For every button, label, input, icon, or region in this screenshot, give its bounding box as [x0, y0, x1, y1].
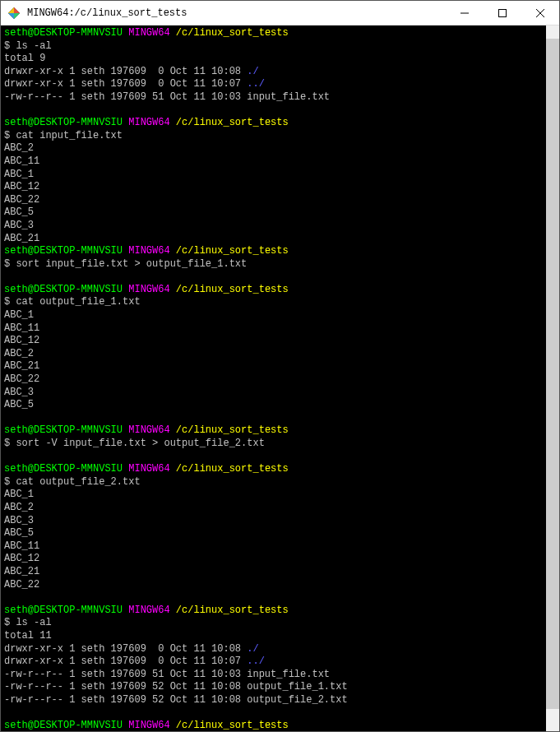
prompt-path: /c/linux_sort_tests — [176, 463, 289, 475]
output-line: total 9 — [4, 53, 45, 64]
command-line: $ cat input_file.txt — [4, 130, 123, 141]
minimize-button[interactable] — [446, 1, 484, 25]
output-line: ABC_22 — [4, 194, 39, 206]
output-line: ABC_5 — [4, 206, 34, 218]
prompt-path: /c/linux_sort_tests — [176, 424, 289, 436]
svg-marker-4 — [8, 7, 14, 13]
prompt-path: /c/linux_sort_tests — [176, 720, 289, 731]
output-line: ABC_1 — [4, 309, 34, 321]
output-line: ABC_1 — [4, 489, 34, 500]
dir-name: ./ — [247, 66, 258, 77]
command-line: $ sort -V input_file.txt > output_file_2… — [4, 438, 265, 449]
prompt-path: /c/linux_sort_tests — [176, 27, 289, 39]
output-line: ABC_11 — [4, 322, 39, 334]
output-line: ABC_2 — [4, 348, 34, 359]
output-line: ABC_12 — [4, 335, 39, 346]
output-line: -rw-r--r-- 1 seth 197609 52 Oct 11 10:08… — [4, 694, 348, 706]
output-line: ABC_3 — [4, 387, 34, 398]
prompt-path: /c/linux_sort_tests — [176, 284, 289, 295]
prompt-user: seth@DESKTOP-MMNVSIU — [4, 27, 123, 39]
output-line: drwxr-xr-x 1 seth 197609 0 Oct 11 10:07 — [4, 78, 247, 90]
svg-rect-6 — [499, 9, 507, 16]
maximize-button[interactable] — [484, 1, 521, 25]
prompt-user: seth@DESKTOP-MMNVSIU — [4, 284, 123, 295]
output-line: ABC_2 — [4, 502, 34, 513]
command-line: $ cat output_file_2.txt — [4, 476, 141, 488]
output-line: ABC_21 — [4, 233, 39, 244]
prompt-path: /c/linux_sort_tests — [176, 117, 289, 128]
output-line: ABC_21 — [4, 566, 39, 577]
dir-name: ../ — [247, 656, 265, 667]
output-line: ABC_5 — [4, 527, 34, 539]
prompt-mingw: MINGW64 — [128, 605, 169, 616]
output-line: ABC_2 — [4, 142, 34, 154]
prompt-user: seth@DESKTOP-MMNVSIU — [4, 605, 123, 616]
command-line: $ ls -al — [4, 40, 52, 52]
terminal-output[interactable]: seth@DESKTOP-MMNVSIU MINGW64 /c/linux_so… — [1, 25, 559, 731]
dir-name: ./ — [247, 643, 258, 655]
prompt-user: seth@DESKTOP-MMNVSIU — [4, 117, 123, 128]
prompt-user: seth@DESKTOP-MMNVSIU — [4, 463, 123, 475]
prompt-mingw: MINGW64 — [128, 27, 169, 39]
output-line: ABC_3 — [4, 515, 34, 526]
window-controls — [446, 1, 559, 25]
scrollbar[interactable] — [546, 25, 559, 731]
terminal-container: seth@DESKTOP-MMNVSIU MINGW64 /c/linux_so… — [1, 25, 559, 731]
output-line: ABC_5 — [4, 399, 34, 410]
prompt-user: seth@DESKTOP-MMNVSIU — [4, 720, 123, 731]
command-line: $ cat output_file_1.txt — [4, 296, 141, 308]
prompt-user: seth@DESKTOP-MMNVSIU — [4, 245, 123, 257]
output-line: -rw-r--r-- 1 seth 197609 51 Oct 11 10:03… — [4, 91, 330, 103]
prompt-user: seth@DESKTOP-MMNVSIU — [4, 424, 123, 436]
output-line: drwxr-xr-x 1 seth 197609 0 Oct 11 10:07 — [4, 656, 247, 667]
prompt-path: /c/linux_sort_tests — [176, 245, 289, 257]
output-line: -rw-r--r-- 1 seth 197609 52 Oct 11 10:08… — [4, 681, 348, 693]
window-title: MINGW64:/c/linux_sort_tests — [27, 7, 446, 19]
svg-marker-2 — [14, 13, 20, 19]
prompt-mingw: MINGW64 — [128, 424, 169, 436]
scrollbar-thumb[interactable] — [546, 39, 559, 709]
prompt-mingw: MINGW64 — [128, 117, 169, 128]
output-line: ABC_1 — [4, 169, 34, 180]
prompt-mingw: MINGW64 — [128, 720, 169, 731]
output-line: ABC_22 — [4, 373, 39, 385]
output-line: ABC_12 — [4, 181, 39, 192]
app-icon — [7, 7, 21, 20]
output-line: ABC_22 — [4, 579, 39, 591]
output-line: ABC_3 — [4, 220, 34, 231]
prompt-mingw: MINGW64 — [128, 284, 169, 295]
prompt-mingw: MINGW64 — [128, 463, 169, 475]
output-line: ABC_11 — [4, 540, 39, 552]
output-line: ABC_21 — [4, 360, 39, 372]
output-line: ABC_11 — [4, 155, 39, 167]
command-line: $ sort input_file.txt > output_file_1.tx… — [4, 258, 247, 270]
output-line: -rw-r--r-- 1 seth 197609 51 Oct 11 10:03… — [4, 669, 330, 680]
close-button[interactable] — [521, 1, 559, 25]
terminal-window: MINGW64:/c/linux_sort_tests seth@DESKTOP… — [0, 0, 560, 732]
titlebar[interactable]: MINGW64:/c/linux_sort_tests — [1, 1, 559, 25]
dir-name: ../ — [247, 78, 265, 90]
command-line: $ ls -al — [4, 617, 52, 628]
prompt-path: /c/linux_sort_tests — [176, 605, 289, 616]
prompt-mingw: MINGW64 — [128, 245, 169, 257]
output-line: drwxr-xr-x 1 seth 197609 0 Oct 11 10:08 — [4, 643, 247, 655]
output-line: total 11 — [4, 630, 52, 642]
output-line: drwxr-xr-x 1 seth 197609 0 Oct 11 10:08 — [4, 66, 247, 77]
output-line: ABC_12 — [4, 553, 39, 564]
